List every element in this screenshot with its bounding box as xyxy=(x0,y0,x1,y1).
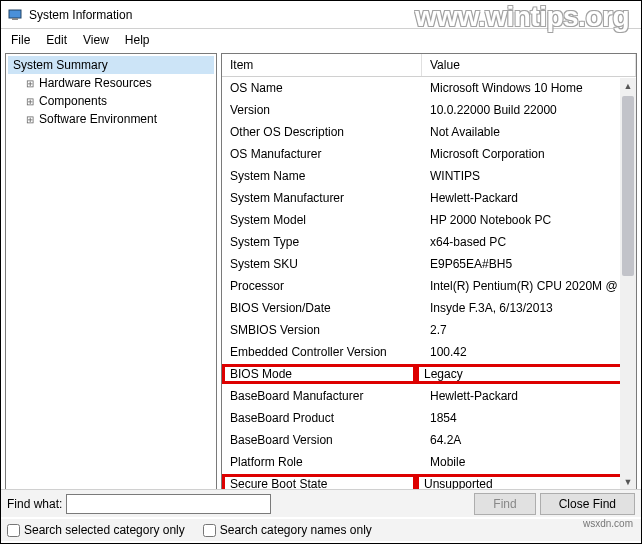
table-row[interactable]: Secure Boot StateUnsupported xyxy=(222,473,636,489)
check-category-names[interactable]: Search category names only xyxy=(203,523,372,537)
check-bar: Search selected category only Search cat… xyxy=(1,519,641,541)
cell-value: Insyde F.3A, 6/13/2013 xyxy=(422,299,636,317)
cell-value: x64-based PC xyxy=(422,233,636,251)
cell-value: Mobile xyxy=(422,453,636,471)
cell-value: 1854 xyxy=(422,409,636,427)
tree-item-software-environment[interactable]: ⊞ Software Environment xyxy=(22,110,214,128)
menu-view[interactable]: View xyxy=(75,31,117,49)
cell-item: OS Name xyxy=(222,79,422,97)
cell-value: Hewlett-Packard xyxy=(422,189,636,207)
tree-item-hardware-resources[interactable]: ⊞ Hardware Resources xyxy=(22,74,214,92)
table-row[interactable]: Platform RoleMobile xyxy=(222,451,636,473)
table-row[interactable]: OS NameMicrosoft Windows 10 Home xyxy=(222,77,636,99)
svg-rect-1 xyxy=(12,18,18,20)
scroll-down-icon[interactable]: ▼ xyxy=(620,474,636,490)
cell-value: 100.42 xyxy=(422,343,636,361)
menu-help[interactable]: Help xyxy=(117,31,158,49)
cell-value: 10.0.22000 Build 22000 xyxy=(422,101,636,119)
table-row[interactable]: Embedded Controller Version100.42 xyxy=(222,341,636,363)
cell-value: Microsoft Windows 10 Home xyxy=(422,79,636,97)
table-row[interactable]: BIOS Version/DateInsyde F.3A, 6/13/2013 xyxy=(222,297,636,319)
tree-pane[interactable]: System Summary ⊞ Hardware Resources ⊞ Co… xyxy=(5,53,217,491)
tree-item-system-summary[interactable]: System Summary xyxy=(8,56,214,74)
table-row[interactable]: Other OS DescriptionNot Available xyxy=(222,121,636,143)
cell-item: BIOS Mode xyxy=(222,364,416,384)
scroll-up-icon[interactable]: ▲ xyxy=(620,78,636,94)
table-row[interactable]: BaseBoard ManufacturerHewlett-Packard xyxy=(222,385,636,407)
cell-item: Other OS Description xyxy=(222,123,422,141)
cell-item: Version xyxy=(222,101,422,119)
cell-value: Microsoft Corporation xyxy=(422,145,636,163)
cell-item: System Manufacturer xyxy=(222,189,422,207)
menu-edit[interactable]: Edit xyxy=(38,31,75,49)
table-row[interactable]: System ManufacturerHewlett-Packard xyxy=(222,187,636,209)
menu-file[interactable]: File xyxy=(3,31,38,49)
expand-icon[interactable]: ⊞ xyxy=(24,114,36,125)
cell-value: HP 2000 Notebook PC xyxy=(422,211,636,229)
cell-item: System Name xyxy=(222,167,422,185)
cell-item: System SKU xyxy=(222,255,422,273)
cell-item: BIOS Version/Date xyxy=(222,299,422,317)
cell-value: Unsupported xyxy=(416,474,636,489)
column-value[interactable]: Value xyxy=(422,54,636,76)
svg-rect-0 xyxy=(9,10,21,18)
cell-item: Platform Role xyxy=(222,453,422,471)
find-input[interactable] xyxy=(66,494,271,514)
column-item[interactable]: Item xyxy=(222,54,422,76)
table-row[interactable]: System NameWINTIPS xyxy=(222,165,636,187)
table-row[interactable]: BIOS ModeLegacy xyxy=(222,363,636,385)
cell-value: Legacy xyxy=(416,364,636,384)
close-find-button[interactable]: Close Find xyxy=(540,493,635,515)
tree-item-components[interactable]: ⊞ Components xyxy=(22,92,214,110)
vertical-scrollbar[interactable]: ▲ ▼ xyxy=(620,78,636,490)
table-row[interactable]: System SKUE9P65EA#BH5 xyxy=(222,253,636,275)
table-row[interactable]: System ModelHP 2000 Notebook PC xyxy=(222,209,636,231)
cell-value: WINTIPS xyxy=(422,167,636,185)
cell-value: Intel(R) Pentium(R) CPU 2020M @ 2.40GHz, xyxy=(422,277,636,295)
cell-value: 2.7 xyxy=(422,321,636,339)
cell-value: Not Available xyxy=(422,123,636,141)
cell-item: BaseBoard Version xyxy=(222,431,422,449)
window-title: System Information xyxy=(29,8,132,22)
cell-item: System Model xyxy=(222,211,422,229)
cell-item: Processor xyxy=(222,277,422,295)
cell-value: E9P65EA#BH5 xyxy=(422,255,636,273)
find-bar: Find what: Find Close Find xyxy=(1,489,641,517)
find-label: Find what: xyxy=(7,497,62,511)
check-selected-category-box[interactable] xyxy=(7,524,20,537)
table-row[interactable]: BaseBoard Version64.2A xyxy=(222,429,636,451)
cell-item: BaseBoard Manufacturer xyxy=(222,387,422,405)
cell-item: Secure Boot State xyxy=(222,474,416,489)
cell-item: SMBIOS Version xyxy=(222,321,422,339)
app-icon xyxy=(7,7,23,23)
scroll-thumb[interactable] xyxy=(622,96,634,276)
data-pane: Item Value OS NameMicrosoft Windows 10 H… xyxy=(221,53,637,491)
cell-item: OS Manufacturer xyxy=(222,145,422,163)
check-selected-category[interactable]: Search selected category only xyxy=(7,523,185,537)
table-row[interactable]: SMBIOS Version2.7 xyxy=(222,319,636,341)
cell-item: System Type xyxy=(222,233,422,251)
find-button[interactable]: Find xyxy=(474,493,535,515)
cell-value: Hewlett-Packard xyxy=(422,387,636,405)
check-category-names-box[interactable] xyxy=(203,524,216,537)
titlebar: System Information xyxy=(1,1,641,29)
table-row[interactable]: ProcessorIntel(R) Pentium(R) CPU 2020M @… xyxy=(222,275,636,297)
cell-value: 64.2A xyxy=(422,431,636,449)
expand-icon[interactable]: ⊞ xyxy=(24,78,36,89)
table-row[interactable]: BaseBoard Product1854 xyxy=(222,407,636,429)
menubar: File Edit View Help xyxy=(1,29,641,51)
cell-item: BaseBoard Product xyxy=(222,409,422,427)
table-row[interactable]: Version10.0.22000 Build 22000 xyxy=(222,99,636,121)
list-header: Item Value xyxy=(222,54,636,77)
table-row[interactable]: OS ManufacturerMicrosoft Corporation xyxy=(222,143,636,165)
table-row[interactable]: System Typex64-based PC xyxy=(222,231,636,253)
cell-item: Embedded Controller Version xyxy=(222,343,422,361)
list-body[interactable]: OS NameMicrosoft Windows 10 HomeVersion1… xyxy=(222,77,636,489)
expand-icon[interactable]: ⊞ xyxy=(24,96,36,107)
